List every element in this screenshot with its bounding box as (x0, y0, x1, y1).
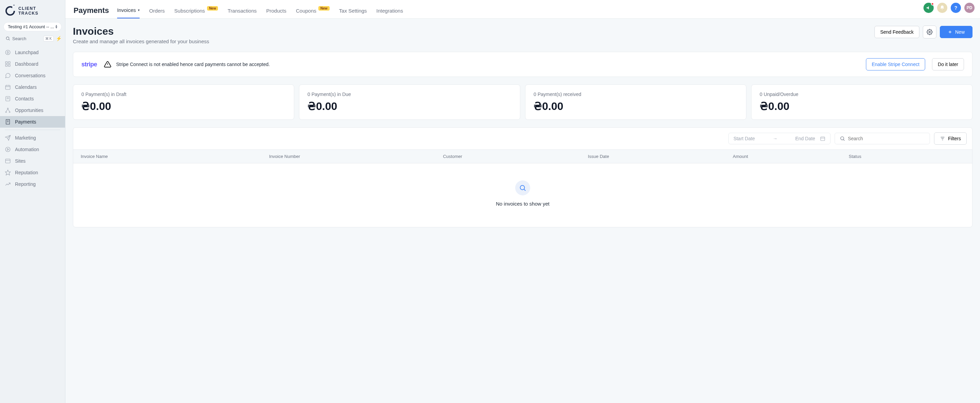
nav-sites[interactable]: Sites (0, 155, 65, 167)
arrow-right-icon: → (760, 136, 791, 141)
tab-orders[interactable]: Orders (149, 2, 165, 18)
tab-subscriptions[interactable]: Subscriptions New (174, 2, 218, 18)
new-badge: New (318, 6, 329, 11)
tab-label: Subscriptions (174, 8, 205, 14)
chevron-updown-icon: ▴▾ (56, 24, 57, 29)
warning-icon (104, 60, 111, 68)
tab-label: Products (266, 8, 286, 14)
user-avatar[interactable]: PD (964, 3, 975, 13)
svg-rect-6 (8, 64, 10, 66)
sidebar-search-row: Search ⌘ K ⚡ (3, 35, 62, 43)
svg-marker-23 (8, 148, 9, 151)
stat-label: 0 Payment(s) received (534, 92, 738, 97)
nav-label: Automation (15, 147, 39, 152)
nav-contacts[interactable]: Contacts (0, 93, 65, 105)
svg-rect-4 (8, 62, 10, 63)
filter-icon (940, 136, 945, 141)
nav-calendars[interactable]: Calendars (0, 81, 65, 93)
button-label: Do it later (938, 62, 958, 67)
brand-text: CLIENT TRACKS (18, 6, 38, 16)
nav-label: Sites (15, 158, 25, 164)
svg-line-40 (524, 189, 525, 190)
send-feedback-button[interactable]: Send Feedback (875, 26, 920, 38)
tab-coupons[interactable]: Coupons New (296, 2, 329, 18)
col-amount: Amount (733, 154, 849, 159)
stat-value: ₴0.00 (534, 100, 738, 113)
button-label: Send Feedback (880, 29, 913, 35)
stat-value: ₴0.00 (307, 100, 512, 113)
logo-area: CLIENT TRACKS (0, 0, 65, 21)
tab-tax-settings[interactable]: Tax Settings (339, 2, 367, 18)
settings-button[interactable] (923, 25, 936, 38)
table-search-input[interactable] (848, 136, 925, 141)
button-label: Filters (948, 136, 961, 141)
star-icon (5, 170, 11, 176)
contacts-icon (5, 96, 11, 102)
chart-icon (5, 181, 11, 187)
nav-launchpad[interactable]: Launchpad (0, 47, 65, 58)
plus-icon (948, 30, 952, 34)
svg-point-16 (9, 112, 10, 113)
svg-point-0 (6, 37, 9, 40)
help-button[interactable]: ? (951, 3, 961, 13)
nav-marketing[interactable]: Marketing (0, 132, 65, 144)
stat-value: ₴0.00 (81, 100, 286, 113)
nav-label: Conversations (15, 73, 46, 78)
new-button[interactable]: New (940, 26, 972, 38)
col-invoice-name: Invoice Name (81, 154, 269, 159)
stat-due: 0 Payment(s) in Due ₴0.00 (299, 84, 520, 120)
gear-icon (926, 29, 933, 35)
nav-payments[interactable]: Payments (0, 116, 65, 128)
stripe-alert: stripe Stripe Connect is not enabled hen… (73, 52, 972, 77)
do-it-later-button[interactable]: Do it later (932, 58, 964, 70)
svg-rect-32 (821, 137, 825, 141)
announcements-button[interactable] (923, 3, 934, 13)
nav-opportunities[interactable]: Opportunities (0, 105, 65, 116)
tab-transactions[interactable]: Transactions (228, 2, 256, 18)
search-icon (5, 36, 10, 41)
account-selector[interactable]: Testing #1 Account -- ... ▴▾ (3, 22, 62, 31)
svg-point-39 (520, 186, 525, 190)
nav-reporting[interactable]: Reporting (0, 178, 65, 190)
page-header: Invoices Create and manage all invoices … (73, 25, 972, 44)
tab-invoices[interactable]: Invoices ▾ (117, 1, 140, 18)
svg-point-34 (841, 137, 844, 140)
subtabs: Invoices ▾ Orders Subscriptions New Tran… (117, 1, 972, 18)
search-shortcut: ⌘ K (43, 36, 54, 41)
nav-automation[interactable]: Automation (0, 144, 65, 155)
col-invoice-number: Invoice Number (269, 154, 443, 159)
stat-label: 0 Unpaid/Overdue (760, 92, 964, 97)
page-title: Invoices (73, 25, 209, 37)
notifications-button[interactable] (937, 3, 947, 13)
sidebar-search[interactable]: Search (3, 35, 41, 43)
chat-icon (5, 73, 11, 79)
rocket-icon (5, 49, 11, 56)
play-icon (5, 146, 11, 152)
nav-label: Payments (15, 119, 36, 125)
page-subtitle: Create and manage all invoices generated… (73, 38, 209, 44)
button-label: New (955, 29, 965, 35)
table-search[interactable] (835, 133, 930, 144)
empty-icon-wrap (515, 180, 530, 195)
nav-conversations[interactable]: Conversations (0, 70, 65, 81)
nav-dashboard[interactable]: Dashboard (0, 58, 65, 70)
nav-reputation[interactable]: Reputation (0, 167, 65, 178)
enable-stripe-button[interactable]: Enable Stripe Connect (866, 58, 925, 70)
invoices-table-panel: Start Date → End Date Filters Invoice Na… (73, 127, 972, 227)
svg-point-27 (929, 31, 931, 33)
tab-label: Coupons (296, 8, 317, 14)
empty-state: No invoices to show yet (73, 163, 972, 227)
bell-icon (939, 5, 945, 11)
col-issue-date: Issue Date (588, 154, 733, 159)
tab-integrations[interactable]: Integrations (376, 2, 403, 18)
brand-line2: TRACKS (18, 11, 38, 16)
stats-row: 0 Payment(s) in Draft ₴0.00 0 Payment(s)… (73, 84, 972, 120)
bolt-icon[interactable]: ⚡ (56, 36, 62, 41)
filters-button[interactable]: Filters (934, 132, 967, 144)
tab-products[interactable]: Products (266, 2, 286, 18)
date-range-picker[interactable]: Start Date → End Date (729, 133, 830, 144)
svg-line-1 (9, 40, 10, 41)
main: Payments Invoices ▾ Orders Subscriptions… (65, 0, 980, 403)
svg-line-35 (843, 140, 845, 141)
alert-message: Stripe Connect is not enabled hence card… (116, 62, 270, 67)
